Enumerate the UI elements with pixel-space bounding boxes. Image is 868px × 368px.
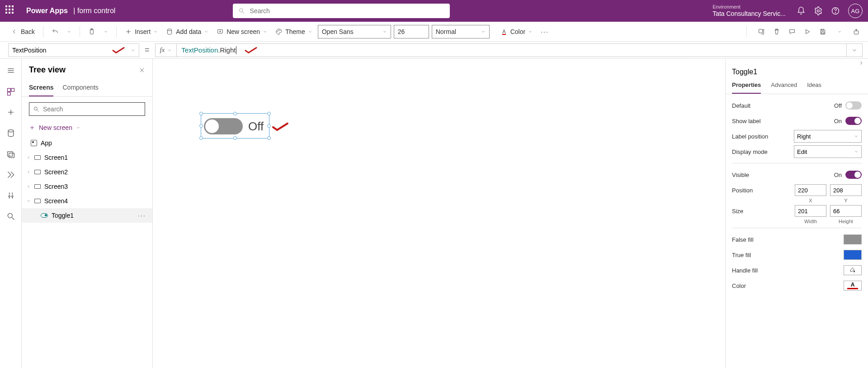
resize-handle[interactable] <box>267 124 271 128</box>
tab-properties[interactable]: Properties <box>732 80 761 94</box>
tools-icon[interactable] <box>6 191 15 200</box>
position-x-input[interactable]: 220 <box>795 184 826 196</box>
theme-button[interactable]: Theme <box>273 26 315 37</box>
paste-button[interactable] <box>85 26 98 37</box>
app-launcher-icon[interactable] <box>5 5 16 16</box>
save-icon[interactable] <box>819 28 826 35</box>
svg-point-2 <box>817 10 820 12</box>
canvas[interactable]: Off <box>153 59 725 368</box>
insert-pane-icon[interactable] <box>6 108 15 117</box>
property-value: TextPosition <box>12 47 46 54</box>
prop-false-fill: False fill <box>732 232 862 247</box>
label-position-select[interactable]: Right <box>794 130 862 143</box>
user-avatar[interactable]: AG <box>848 4 863 18</box>
paste-split[interactable] <box>101 28 111 36</box>
font-color-button[interactable]: Color <box>498 26 535 37</box>
resize-handle[interactable] <box>267 112 271 115</box>
false-fill-swatch[interactable] <box>844 234 862 244</box>
resize-handle[interactable] <box>199 136 203 140</box>
size-width-input[interactable]: 201 <box>795 205 826 217</box>
size-height-input[interactable]: 66 <box>830 205 862 217</box>
tab-screens[interactable]: Screens <box>29 81 53 96</box>
chevron-right-icon[interactable] <box>858 60 864 66</box>
resize-handle[interactable] <box>233 136 237 140</box>
chevron-down-icon <box>481 29 486 34</box>
search-icon <box>238 7 245 14</box>
tree-item-screen4[interactable]: Screen4 <box>22 194 152 208</box>
hamburger-icon[interactable] <box>6 66 15 75</box>
visible-toggle[interactable] <box>845 171 862 179</box>
tree-item-screen3[interactable]: Screen3 <box>22 179 152 194</box>
resize-handle[interactable] <box>267 136 271 140</box>
show-label-toggle[interactable] <box>845 117 862 125</box>
tree-search-input[interactable] <box>43 105 141 113</box>
tree-item-toggle1[interactable]: Toggle1 ··· <box>22 208 152 223</box>
tab-ideas[interactable]: Ideas <box>807 80 821 94</box>
media-pane-icon[interactable] <box>6 149 15 158</box>
settings-icon[interactable] <box>814 6 823 15</box>
display-mode-select[interactable]: Edit <box>794 145 862 158</box>
resize-handle[interactable] <box>233 112 237 115</box>
font-weight-select[interactable]: Normal <box>432 25 490 38</box>
prop-default: Default Off <box>732 98 862 113</box>
property-select[interactable]: TextPosition <box>8 43 139 57</box>
formula-input[interactable]: TextPosition.Right <box>176 43 846 57</box>
chevron-down-icon <box>308 29 312 34</box>
comments-icon[interactable] <box>788 28 796 35</box>
undo-button[interactable] <box>49 26 61 37</box>
resize-handle[interactable] <box>199 124 203 128</box>
true-fill-swatch[interactable] <box>844 250 862 260</box>
notifications-icon[interactable] <box>797 6 806 15</box>
add-data-button[interactable]: Add data <box>163 26 211 37</box>
close-icon[interactable] <box>139 67 145 73</box>
tree-new-screen-button[interactable]: New screen <box>22 121 152 136</box>
fx-button[interactable]: fx <box>155 43 177 57</box>
help-icon[interactable] <box>831 6 840 15</box>
environment-picker[interactable]: Environment Tata Consultancy Servic... <box>712 4 786 18</box>
tree-item-screen2[interactable]: Screen2 <box>22 165 152 179</box>
prop-handle-fill: Handle fill <box>732 263 862 278</box>
toggle-control[interactable]: Off <box>204 118 264 134</box>
toggle-track[interactable] <box>204 118 243 134</box>
save-split[interactable] <box>835 28 844 36</box>
clipboard-icon <box>88 28 95 35</box>
preview-icon[interactable] <box>804 28 811 35</box>
toggle-state: On <box>834 172 842 178</box>
insert-button[interactable]: Insert <box>122 26 160 37</box>
tab-components[interactable]: Components <box>62 81 98 96</box>
tree-item-app[interactable]: App <box>22 136 152 150</box>
share-icon[interactable] <box>758 28 765 35</box>
screen-icon <box>34 155 41 160</box>
publish-icon[interactable] <box>853 28 860 35</box>
search-pane-icon[interactable] <box>6 212 15 221</box>
position-y-input[interactable]: 208 <box>830 184 862 196</box>
new-screen-button[interactable]: New screen <box>214 26 270 37</box>
tree-search[interactable] <box>29 102 145 116</box>
undo-icon <box>52 28 59 35</box>
global-search[interactable] <box>233 4 450 18</box>
tree-item-screen1[interactable]: Screen1 <box>22 150 152 165</box>
data-pane-icon[interactable] <box>6 129 15 138</box>
font-size-input[interactable]: 26 <box>394 25 429 38</box>
global-search-input[interactable] <box>250 7 445 14</box>
handle-fill-swatch[interactable] <box>844 265 862 275</box>
power-automate-icon[interactable] <box>6 170 15 179</box>
font-name-select[interactable]: Open Sans <box>318 25 391 38</box>
svg-point-13 <box>277 31 278 32</box>
tree-view-icon[interactable] <box>6 87 15 96</box>
color-swatch[interactable]: A <box>844 281 862 291</box>
resize-handle[interactable] <box>199 112 203 115</box>
dd-value: Right <box>797 133 811 140</box>
svg-point-34 <box>11 196 13 197</box>
overflow-button[interactable]: ··· <box>538 26 552 37</box>
selection-box[interactable]: Off <box>201 113 269 139</box>
tab-advanced[interactable]: Advanced <box>771 80 797 94</box>
back-button[interactable]: Back <box>8 26 38 37</box>
app-checker-icon[interactable] <box>773 28 780 35</box>
svg-rect-18 <box>759 29 763 33</box>
default-toggle[interactable] <box>845 101 862 110</box>
svg-rect-25 <box>7 88 10 91</box>
formula-expand-button[interactable] <box>846 43 863 57</box>
tree-item-more-icon[interactable]: ··· <box>138 212 146 219</box>
undo-split[interactable] <box>64 28 74 36</box>
